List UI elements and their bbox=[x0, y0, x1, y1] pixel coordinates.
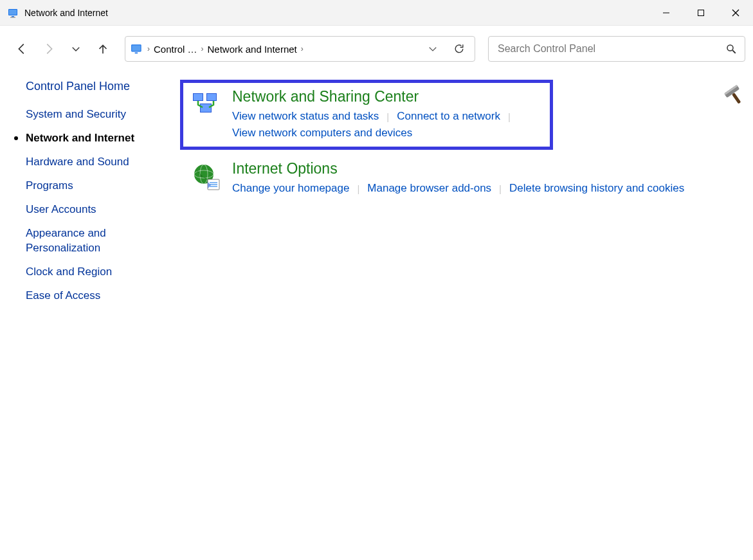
sidebar: Control Panel Home System and Security N… bbox=[0, 80, 180, 312]
category-network-sharing-center: Network and Sharing Center View network … bbox=[180, 80, 553, 150]
crumb-sep-icon[interactable]: › bbox=[301, 44, 304, 53]
main-pane: Network and Sharing Center View network … bbox=[180, 80, 753, 312]
task-separator: | bbox=[499, 183, 502, 194]
svg-point-11 bbox=[727, 45, 733, 51]
minimize-button[interactable] bbox=[649, 0, 684, 26]
svg-rect-10 bbox=[135, 53, 138, 54]
address-dropdown[interactable] bbox=[427, 43, 439, 55]
task-separator: | bbox=[357, 183, 359, 194]
svg-rect-1 bbox=[9, 10, 17, 15]
window-controls bbox=[649, 0, 753, 26]
sidebar-item-network-internet[interactable]: Network and Internet bbox=[26, 131, 180, 146]
close-button[interactable] bbox=[718, 0, 753, 26]
sidebar-item-appearance[interactable]: Appearance and Personalization bbox=[26, 226, 135, 256]
network-sharing-icon bbox=[191, 91, 222, 122]
search-input[interactable] bbox=[496, 42, 725, 55]
svg-rect-17 bbox=[194, 94, 203, 100]
task-delete-history[interactable]: Delete browsing history and cookies bbox=[509, 182, 684, 195]
task-view-network-status[interactable]: View network status and tasks bbox=[232, 110, 379, 123]
breadcrumb-item[interactable]: Control … bbox=[154, 44, 197, 55]
task-connect-network[interactable]: Connect to a network bbox=[397, 110, 500, 123]
category-title[interactable]: Network and Sharing Center bbox=[232, 88, 542, 105]
sidebar-item-ease-of-access[interactable]: Ease of Access bbox=[26, 289, 180, 303]
crumb-sep-icon[interactable]: › bbox=[147, 44, 150, 53]
crumb-sep-icon[interactable]: › bbox=[201, 44, 204, 53]
refresh-button[interactable] bbox=[453, 42, 466, 55]
addressbar-icon bbox=[131, 42, 143, 55]
task-change-homepage[interactable]: Change your homepage bbox=[232, 182, 349, 195]
titlebar: Network and Internet bbox=[0, 0, 753, 26]
task-view-network-computers[interactable]: View network computers and devices bbox=[232, 127, 412, 140]
svg-rect-2 bbox=[12, 16, 14, 17]
task-manage-addons[interactable]: Manage browser add-ons bbox=[367, 182, 491, 195]
hammer-icon[interactable] bbox=[720, 80, 748, 108]
toolbar: › Control … › Network and Internet › bbox=[0, 26, 753, 69]
svg-rect-9 bbox=[132, 45, 140, 51]
window-title: Network and Internet bbox=[24, 8, 108, 18]
task-separator: | bbox=[508, 111, 511, 122]
sidebar-item-hardware-sound[interactable]: Hardware and Sound bbox=[26, 155, 180, 170]
category-internet-options: Internet Options Change your homepage | … bbox=[183, 155, 738, 202]
breadcrumb-item[interactable]: Network and Internet bbox=[208, 44, 297, 55]
svg-rect-15 bbox=[732, 93, 741, 104]
maximize-button[interactable] bbox=[684, 0, 718, 26]
svg-line-12 bbox=[732, 50, 736, 53]
svg-rect-3 bbox=[10, 17, 15, 17]
sidebar-item-user-accounts[interactable]: User Accounts bbox=[26, 203, 180, 217]
control-panel-home-link[interactable]: Control Panel Home bbox=[26, 80, 180, 93]
search-bar[interactable] bbox=[488, 36, 745, 62]
forward-button[interactable] bbox=[37, 37, 60, 60]
search-icon[interactable] bbox=[725, 43, 737, 55]
address-bar[interactable]: › Control … › Network and Internet › bbox=[125, 36, 475, 62]
svg-rect-13 bbox=[724, 85, 739, 98]
svg-rect-19 bbox=[207, 94, 216, 100]
task-separator: | bbox=[386, 111, 389, 122]
up-button[interactable] bbox=[91, 37, 114, 60]
titlebar-icon bbox=[8, 7, 19, 19]
sidebar-item-system-security[interactable]: System and Security bbox=[26, 107, 180, 122]
content-area: Control Panel Home System and Security N… bbox=[0, 69, 753, 312]
recent-dropdown[interactable] bbox=[64, 37, 87, 60]
svg-rect-5 bbox=[698, 10, 704, 15]
sidebar-item-programs[interactable]: Programs bbox=[26, 179, 180, 194]
back-button[interactable] bbox=[10, 37, 33, 60]
sidebar-item-clock-region[interactable]: Clock and Region bbox=[26, 265, 180, 280]
category-title[interactable]: Internet Options bbox=[232, 160, 730, 177]
internet-options-icon bbox=[191, 163, 222, 194]
